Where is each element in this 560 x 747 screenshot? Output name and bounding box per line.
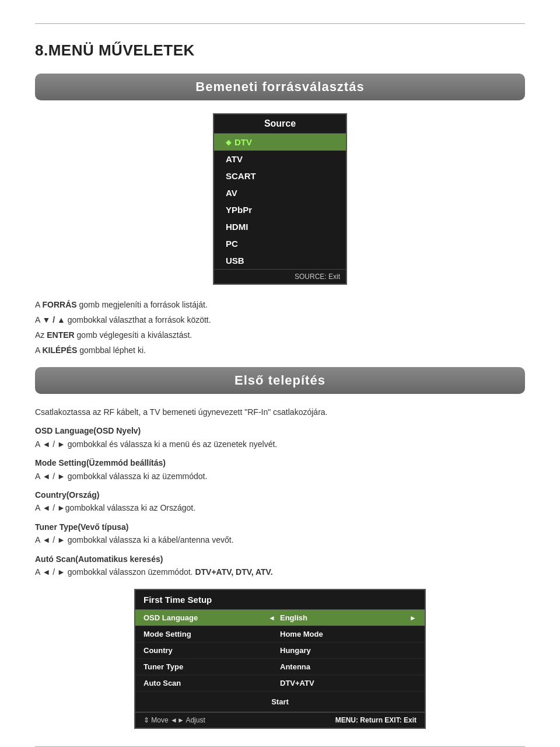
fts-country-label: Country <box>144 646 280 655</box>
source-menu-container: Source ◈ DTV ATV SCART AV YPbPr HDMI PC <box>35 113 525 285</box>
ypbpr-label: YPbPr <box>226 205 252 215</box>
fts-start-row[interactable]: Start <box>135 692 425 712</box>
source-menu-item-usb[interactable]: USB <box>214 252 346 269</box>
dtv-label: DTV <box>235 137 252 147</box>
fts-item-autoscan: Autó Scan(Automatikus keresés) A ◄ / ► g… <box>35 553 525 579</box>
top-rule <box>35 23 525 24</box>
fts-row-mode[interactable]: Mode Setting Home Mode <box>135 626 425 643</box>
source-menu-item-pc[interactable]: PC <box>214 235 346 252</box>
fts-item-tuner: Tuner Type(Vevő típusa) A ◄ / ► gombokka… <box>35 521 525 547</box>
fts-footer-right: MENU: Return EXIT: Exit <box>335 716 416 724</box>
source-menu-item-hdmi[interactable]: HDMI <box>214 218 346 235</box>
fts-item-country: Country(Ország) A ◄ / ►gombokkal válassz… <box>35 488 525 515</box>
fts-row-osd[interactable]: OSD Language ◄ English ► <box>135 610 425 626</box>
fts-osd-label: OSD Language <box>144 613 268 622</box>
page-container: 8.MENÜ MŰVELETEK Bemeneti forrásválasztá… <box>0 0 560 747</box>
source-banner: Bemeneti forrásválasztás <box>35 74 525 100</box>
source-menu-item-atv[interactable]: ATV <box>214 151 346 167</box>
instruction-block: A FORRÁS gomb megjeleníti a források lis… <box>35 299 525 357</box>
fts-row-country[interactable]: Country Hungary <box>135 643 425 659</box>
fts-menu-title: First Time Setup <box>135 590 425 610</box>
fts-tuner-label: Tuner Type <box>144 662 280 671</box>
source-menu-item-dtv[interactable]: ◈ DTV <box>214 134 346 151</box>
fts-osd-left-arrow[interactable]: ◄ <box>268 614 275 622</box>
fts-autoscan-label: Auto Scan <box>144 679 280 687</box>
instruction-line-3: Az ENTER gomb véglegesíti a kiválasztást… <box>35 329 525 341</box>
fts-footer-left: ⇕ Move ◄► Adjust <box>144 716 205 724</box>
usb-label: USB <box>226 256 244 266</box>
fts-row-tuner[interactable]: Tuner Type Antenna <box>135 659 425 675</box>
fts-menu: First Time Setup OSD Language ◄ English … <box>134 589 426 729</box>
fts-start-btn[interactable]: Start <box>271 697 289 706</box>
av-label: AV <box>226 188 237 198</box>
fts-autoscan-value: DTV+ATV <box>280 679 416 687</box>
fts-row-autoscan[interactable]: Auto Scan DTV+ATV <box>135 675 425 692</box>
fts-tuner-value: Antenna <box>280 662 416 671</box>
first-time-banner-label: Első telepítés <box>235 373 326 388</box>
fts-mode-value: Home Mode <box>280 630 416 638</box>
source-menu-footer: SOURCE: Exit <box>214 269 346 284</box>
fts-item-osd: OSD Language(OSD Nyelv) A ◄ / ► gombokka… <box>35 424 525 451</box>
fts-intro: Csatlakoztassa az RF kábelt, a TV bemene… <box>35 406 525 418</box>
source-menu-item-scart[interactable]: SCART <box>214 167 346 184</box>
fts-footer: ⇕ Move ◄► Adjust MENU: Return EXIT: Exit <box>135 712 425 728</box>
fts-menu-container: First Time Setup OSD Language ◄ English … <box>35 589 525 729</box>
source-menu-title: Source <box>214 114 346 134</box>
first-time-banner: Első telepítés <box>35 367 525 394</box>
fts-country-value: Hungary <box>280 646 416 655</box>
instruction-line-2: A ▼ / ▲ gombokkal választhat a források … <box>35 314 525 326</box>
source-menu: Source ◈ DTV ATV SCART AV YPbPr HDMI PC <box>213 113 347 285</box>
source-menu-item-ypbpr[interactable]: YPbPr <box>214 201 346 218</box>
section-heading: 8.MENÜ MŰVELETEK <box>35 41 525 60</box>
instruction-line-1: A FORRÁS gomb megjeleníti a források lis… <box>35 299 525 311</box>
fts-mode-label: Mode Setting <box>144 630 280 638</box>
atv-label: ATV <box>226 154 243 164</box>
pc-label: PC <box>226 239 238 249</box>
fts-osd-value: English <box>280 613 405 622</box>
hdmi-label: HDMI <box>226 222 248 232</box>
fts-osd-right-arrow[interactable]: ► <box>410 614 416 622</box>
dtv-arrow-icon: ◈ <box>226 138 231 146</box>
scart-label: SCART <box>226 171 256 181</box>
source-menu-item-av[interactable]: AV <box>214 184 346 201</box>
fts-item-mode: Mode Setting(Üzemmód beállítás) A ◄ / ► … <box>35 456 525 483</box>
instruction-line-4: A KILÉPÉS gombbal léphet ki. <box>35 344 525 357</box>
source-banner-label: Bemeneti forrásválasztás <box>195 79 364 94</box>
